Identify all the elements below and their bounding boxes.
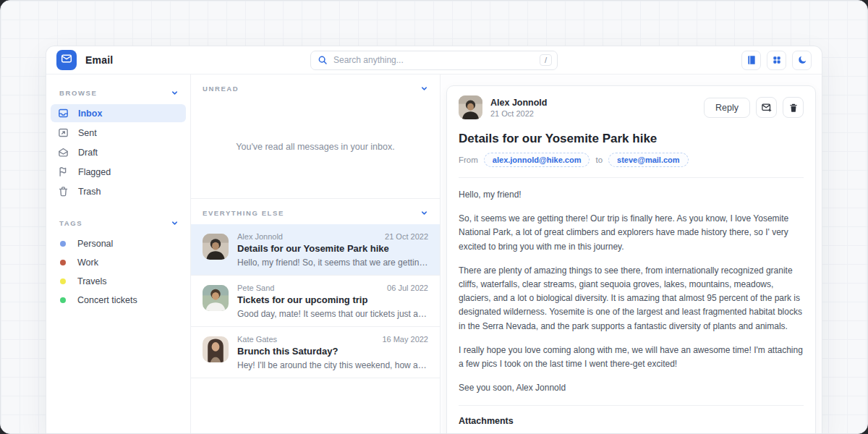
email-list-item[interactable]: Kate Gates 16 May 2022 Brunch this Satur… xyxy=(191,327,440,378)
browse-section-header[interactable]: BROWSE xyxy=(51,79,186,104)
apps-button[interactable] xyxy=(767,51,786,70)
tag-item-work[interactable]: Work xyxy=(51,253,186,271)
sidebar-item-sent[interactable]: Sent xyxy=(51,124,186,142)
app-title: Email xyxy=(85,54,113,66)
avatar xyxy=(459,95,482,119)
sidebar-item-trash[interactable]: Trash xyxy=(51,182,186,200)
chevron-down-icon[interactable] xyxy=(420,209,428,217)
avatar xyxy=(203,336,229,362)
email-preview: Good day, mate! It seems that our ticket… xyxy=(237,309,428,319)
search-box[interactable]: / xyxy=(310,51,558,70)
tag-dot xyxy=(60,241,66,247)
chevron-down-icon[interactable] xyxy=(171,219,179,227)
sidebar-item-label: Trash xyxy=(78,187,101,197)
email-body: Hello, my friend! So, it seems we are ge… xyxy=(459,188,804,395)
email-paragraph: So, it seems we are getting there! Our t… xyxy=(459,212,804,254)
browse-label: BROWSE xyxy=(59,89,97,97)
tag-label: Work xyxy=(77,258,98,268)
sidebar-item-label: Flagged xyxy=(78,167,111,177)
email-detail-card: Alex Jonnold 21 Oct 2022 Reply xyxy=(446,85,816,434)
app-logo xyxy=(56,50,77,70)
chevron-down-icon[interactable] xyxy=(171,89,179,97)
email-subject: Details for our Yosemite Park hike xyxy=(237,243,428,254)
email-sender: Kate Gates xyxy=(237,335,277,344)
everything-else-label: EVERYTHING ELSE xyxy=(203,209,284,217)
to-label: to xyxy=(595,156,603,164)
detail-date: 21 Oct 2022 xyxy=(490,109,547,118)
forward-mail-button[interactable] xyxy=(756,97,777,118)
email-date: 16 May 2022 xyxy=(382,335,428,344)
flag-icon xyxy=(58,166,69,177)
email-preview: Hey! I'll be around the city this weeken… xyxy=(237,360,428,370)
to-email-chip[interactable]: steve@mail.com xyxy=(608,153,689,167)
detail-sender-name: Alex Jonnold xyxy=(490,98,547,108)
inbox-icon xyxy=(58,108,69,119)
apps-grid-icon xyxy=(772,55,782,65)
delete-mail-button[interactable] xyxy=(783,97,804,118)
app-card: Email / xyxy=(46,46,822,433)
email-app-window: Email / xyxy=(0,0,868,434)
top-bar: Email / xyxy=(46,46,822,75)
avatar xyxy=(203,234,229,260)
tag-dot xyxy=(60,278,66,284)
tags-label: TAGS xyxy=(59,219,82,227)
unread-empty-state: You've read all messages in your inbox. xyxy=(191,100,440,194)
email-date: 06 Jul 2022 xyxy=(387,284,428,292)
book-button[interactable] xyxy=(741,51,761,70)
email-preview: Hello, my friend! So, it seems that we a… xyxy=(237,258,428,268)
sidebar-item-draft[interactable]: Draft xyxy=(51,143,186,161)
tags-section-header[interactable]: TAGS xyxy=(51,202,186,234)
trash-icon xyxy=(58,186,69,197)
email-paragraph: Hello, my friend! xyxy=(459,188,804,202)
search-input[interactable] xyxy=(333,55,540,65)
sidebar-item-label: Inbox xyxy=(78,109,102,119)
email-paragraph: I really hope you love coming along with… xyxy=(459,344,804,371)
unread-empty-text: You've read all messages in your inbox. xyxy=(236,142,394,152)
tag-item-travels[interactable]: Travels xyxy=(51,272,186,290)
divider xyxy=(459,405,804,406)
tag-label: Personal xyxy=(77,239,113,249)
moon-icon xyxy=(797,55,807,65)
email-sender: Pete Sand xyxy=(237,284,274,292)
unread-section-header[interactable]: UNREAD xyxy=(191,75,440,100)
sidebar-item-label: Sent xyxy=(78,128,97,138)
everything-else-section-header[interactable]: EVERYTHING ELSE xyxy=(191,198,440,224)
main-area: BROWSE Inbox Sent xyxy=(46,75,822,433)
email-date: 21 Oct 2022 xyxy=(385,232,428,241)
email-paragraph: There are plenty of amazing things to se… xyxy=(459,264,804,333)
unread-label: UNREAD xyxy=(203,85,239,93)
from-label: From xyxy=(459,156,478,164)
detail-actions: Reply xyxy=(704,97,804,118)
detail-subject: Details for our Yosemite Park hike xyxy=(459,132,804,146)
envelope-logo-icon xyxy=(61,53,72,67)
from-email-chip[interactable]: alex.jonnold@hike.com xyxy=(484,153,590,167)
sidebar-item-flagged[interactable]: Flagged xyxy=(51,163,186,181)
tag-item-concert-tickets[interactable]: Concert tickets xyxy=(51,291,186,309)
email-subject: Tickets for our upcoming trip xyxy=(237,294,428,305)
email-signoff: See you soon, Alex Jonnold xyxy=(459,381,804,395)
email-subject: Brunch this Saturday? xyxy=(237,346,428,357)
reading-pane: Alex Jonnold 21 Oct 2022 Reply xyxy=(441,75,822,433)
avatar xyxy=(203,285,229,311)
attachments-label: Attachments xyxy=(459,416,804,426)
tag-dot xyxy=(60,297,66,303)
dark-mode-button[interactable] xyxy=(792,51,812,70)
divider xyxy=(459,177,804,178)
reply-button[interactable]: Reply xyxy=(704,98,750,118)
sent-icon xyxy=(58,127,69,138)
message-list-column: UNREAD You've read all messages in your … xyxy=(191,75,441,433)
topbar-actions xyxy=(741,51,812,70)
email-sender: Alex Jonnold xyxy=(237,232,283,241)
tag-label: Travels xyxy=(77,276,107,286)
trash-icon xyxy=(788,103,799,113)
sidebar-item-inbox[interactable]: Inbox xyxy=(51,104,186,122)
tag-label: Concert tickets xyxy=(77,295,137,305)
tag-item-personal[interactable]: Personal xyxy=(51,234,186,252)
from-to-row: From alex.jonnold@hike.com to steve@mail… xyxy=(459,153,804,167)
mail-plus-icon xyxy=(761,102,772,113)
chevron-down-icon[interactable] xyxy=(420,85,428,93)
email-list-item[interactable]: Pete Sand 06 Jul 2022 Tickets for our up… xyxy=(191,276,440,327)
email-list-item[interactable]: Alex Jonnold 21 Oct 2022 Details for our… xyxy=(191,224,440,276)
search-area: / xyxy=(310,51,558,70)
search-icon xyxy=(318,55,328,65)
